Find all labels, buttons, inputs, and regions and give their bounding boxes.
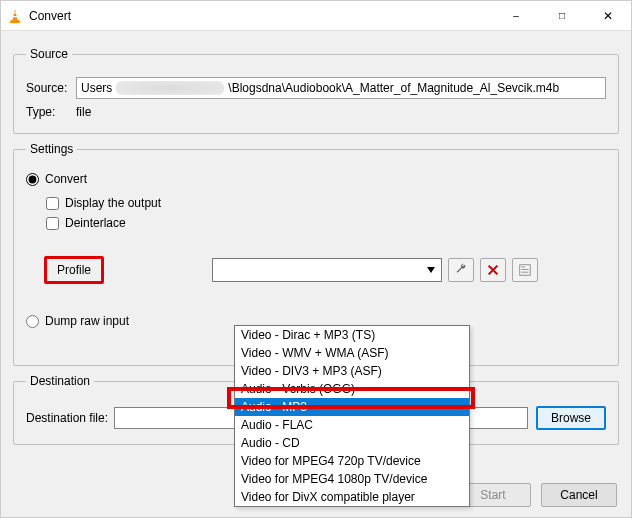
source-legend: Source	[26, 47, 72, 61]
source-path-prefix: Users	[81, 81, 112, 95]
vlc-icon	[7, 8, 23, 24]
titlebar: Convert – □ ✕	[1, 1, 631, 31]
convert-radio[interactable]	[26, 173, 39, 186]
redacted-segment	[116, 81, 224, 95]
dump-raw-label: Dump raw input	[45, 314, 129, 328]
new-profile-button[interactable]	[512, 258, 538, 282]
type-value: file	[76, 105, 91, 119]
destination-file-label: Destination file:	[26, 411, 108, 425]
svg-marker-3	[10, 20, 21, 23]
browse-button[interactable]: Browse	[536, 406, 606, 430]
profile-option[interactable]: Video for DivX compatible player	[235, 488, 469, 506]
maximize-button[interactable]: □	[539, 1, 585, 30]
profile-dropdown-list[interactable]: Video - Dirac + MP3 (TS)Video - WMV + WM…	[234, 325, 470, 507]
svg-rect-5	[522, 267, 526, 268]
svg-rect-2	[12, 16, 17, 17]
convert-radio-label: Convert	[45, 172, 87, 186]
profile-label: Profile	[44, 256, 104, 284]
deinterlace-checkbox[interactable]	[46, 217, 59, 230]
source-group: Source Source: Users \Blogsdna\Audiobook…	[13, 47, 619, 134]
profile-option[interactable]: Audio - CD	[235, 434, 469, 452]
profile-option[interactable]: Audio - Vorbis (OGG)	[235, 380, 469, 398]
display-output-label: Display the output	[65, 196, 161, 210]
chevron-down-icon	[427, 267, 435, 273]
profile-option[interactable]: Video - Dirac + MP3 (TS)	[235, 326, 469, 344]
new-profile-icon	[518, 263, 532, 277]
window-buttons: – □ ✕	[493, 1, 631, 30]
profile-option[interactable]: Video for MPEG4 720p TV/device	[235, 452, 469, 470]
close-button[interactable]: ✕	[585, 1, 631, 30]
delete-profile-button[interactable]	[480, 258, 506, 282]
svg-rect-6	[522, 269, 529, 270]
profile-option[interactable]: Audio - FLAC	[235, 416, 469, 434]
deinterlace-label: Deinterlace	[65, 216, 126, 230]
profile-option[interactable]: Video - WMV + WMA (ASF)	[235, 344, 469, 362]
x-icon	[486, 263, 500, 277]
profile-option[interactable]: Video - DIV3 + MP3 (ASF)	[235, 362, 469, 380]
svg-rect-7	[522, 272, 529, 273]
settings-legend: Settings	[26, 142, 77, 156]
convert-dialog: Convert – □ ✕ Source Source: Users \Blog…	[0, 0, 632, 518]
profile-option[interactable]: Audio - MP3	[235, 398, 469, 416]
profile-dropdown[interactable]	[212, 258, 442, 282]
wrench-icon	[454, 263, 468, 277]
source-path[interactable]: Users \Blogsdna\Audiobook\A_Matter_of_Ma…	[76, 77, 606, 99]
type-label: Type:	[26, 105, 76, 119]
window-title: Convert	[29, 9, 493, 23]
display-output-checkbox[interactable]	[46, 197, 59, 210]
edit-profile-button[interactable]	[448, 258, 474, 282]
svg-marker-0	[13, 9, 18, 20]
svg-rect-1	[13, 12, 17, 13]
source-path-suffix: \Blogsdna\Audiobook\A_Matter_of_Magnitud…	[228, 81, 559, 95]
minimize-button[interactable]: –	[493, 1, 539, 30]
dump-raw-radio[interactable]	[26, 315, 39, 328]
cancel-button[interactable]: Cancel	[541, 483, 617, 507]
destination-legend: Destination	[26, 374, 94, 388]
profile-option[interactable]: Video for MPEG4 1080p TV/device	[235, 470, 469, 488]
source-label: Source:	[26, 81, 76, 95]
